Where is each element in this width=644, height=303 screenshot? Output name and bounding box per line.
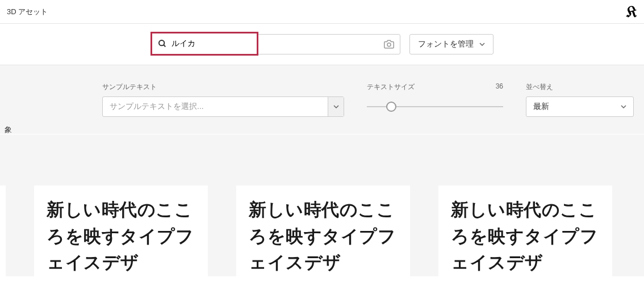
- text-size-value: 36: [496, 82, 503, 92]
- sort-label: 並べ替え: [526, 82, 634, 92]
- chevron-down-icon: [333, 105, 339, 108]
- left-truncated-label: 象: [5, 125, 12, 135]
- controls-section: 象 サンプルテキスト サンプルテキストを選択... テキストサイズ 36 並べ替…: [0, 65, 644, 134]
- logo[interactable]: 𝔎: [626, 4, 637, 20]
- text-size-slider[interactable]: [367, 96, 503, 117]
- sort-group: 並べ替え 最新: [526, 82, 634, 117]
- slider-thumb[interactable]: [386, 102, 396, 112]
- text-size-header: テキストサイズ 36: [367, 82, 503, 92]
- font-preview-text: 新しい時代のこころを映すタイプフェイスデザ: [451, 197, 600, 276]
- sort-select[interactable]: 最新: [526, 96, 634, 117]
- font-card[interactable]: 新しい時代のこころを映すタイプフェイスデザ: [438, 186, 612, 276]
- sample-text-group: サンプルテキスト サンプルテキストを選択...: [102, 82, 344, 117]
- search-bar-row: フォントを管理: [0, 24, 644, 65]
- search-wrap: [150, 34, 400, 54]
- svg-line-2: [164, 45, 165, 47]
- svg-point-0: [387, 43, 391, 47]
- font-preview-text: 新しい時代のこころを映すタイプフェイスデザ: [47, 197, 195, 276]
- top-bar: 3D アセット 𝔎: [0, 0, 644, 24]
- chevron-down-icon: [621, 105, 626, 108]
- search-highlight-area: [150, 32, 258, 56]
- chevron-down-icon: [479, 43, 485, 46]
- spacer: [0, 134, 644, 163]
- sample-text-placeholder: サンプルテキストを選択...: [110, 102, 204, 112]
- sample-text-chevron-box: [328, 97, 344, 116]
- font-preview-text: 新しい時代のこころを映すタイプフェイスデザ: [249, 197, 398, 276]
- search-input[interactable]: [172, 39, 271, 48]
- font-grid: 新しい時代のこころを映すタイプフェイスデザ 新しい時代のこころを映すタイプフェイ…: [0, 163, 644, 276]
- tab-3d-assets[interactable]: 3D アセット: [7, 7, 48, 17]
- svg-point-1: [159, 40, 164, 45]
- text-size-group: テキストサイズ 36: [367, 82, 503, 117]
- font-card[interactable]: 新しい時代のこころを映すタイプフェイスデザ: [34, 186, 208, 276]
- search-icon: [158, 39, 167, 48]
- text-size-label: テキストサイズ: [367, 82, 415, 92]
- font-card[interactable]: 新しい時代のこころを映すタイプフェイスデザ: [236, 186, 410, 276]
- sort-selected: 最新: [533, 102, 549, 112]
- sample-text-select[interactable]: サンプルテキストを選択...: [102, 96, 344, 117]
- manage-fonts-button[interactable]: フォントを管理: [409, 34, 494, 54]
- manage-fonts-label: フォントを管理: [418, 39, 474, 49]
- camera-icon[interactable]: [384, 39, 394, 49]
- sample-text-label: サンプルテキスト: [102, 82, 344, 92]
- font-card-partial: [0, 186, 6, 276]
